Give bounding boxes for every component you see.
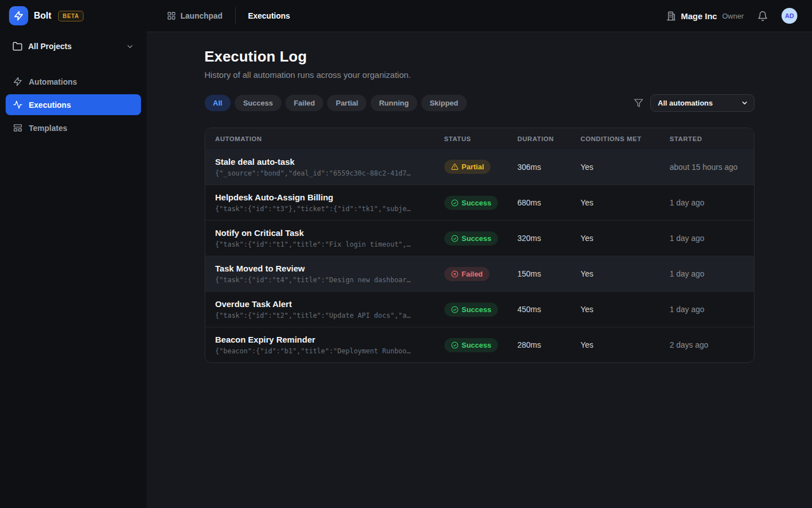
automation-name: Overdue Task Alert <box>215 299 424 309</box>
notifications-button[interactable] <box>756 10 769 23</box>
grid-icon <box>167 11 176 20</box>
topbar: Launchpad Executions Mage Inc Owner AD <box>147 0 812 32</box>
status-label: Partial <box>462 163 484 171</box>
sidebar-nav: Automations Executions Templates <box>0 71 147 138</box>
automation-name: Helpdesk Auto-Assign Billing <box>215 192 424 202</box>
table-row[interactable]: Task Moved to Review {"task":{"id":"t4",… <box>205 256 754 291</box>
check-circle-icon <box>451 235 458 242</box>
chevron-down-icon <box>126 42 134 51</box>
page-title: Execution Log <box>205 48 754 65</box>
brand: Bolt BETA <box>0 0 147 32</box>
sidebar-item-label: Automations <box>29 77 77 86</box>
automation-payload: {"beacon":{"id":"b1","title":"Deployment… <box>215 347 424 355</box>
status-badge: Success <box>444 338 498 352</box>
automation-payload: {"task":{"id":"t1","title":"Fix login ti… <box>215 240 424 248</box>
table-row[interactable]: Beacon Expiry Reminder {"beacon":{"id":"… <box>205 327 754 362</box>
filter-chip-running[interactable]: Running <box>370 95 417 111</box>
started-value: 1 day ago <box>660 234 754 243</box>
column-header-status: STATUS <box>434 135 508 142</box>
started-value: 2 days ago <box>660 340 754 349</box>
started-value: 1 day ago <box>660 269 754 278</box>
activity-icon <box>13 100 23 110</box>
status-label: Success <box>462 234 492 243</box>
building-icon <box>666 11 676 21</box>
automation-filter-select[interactable]: All automations <box>650 94 754 112</box>
duration-value: 280ms <box>508 340 571 349</box>
automation-payload: {"task":{"id":"t2","title":"Update API d… <box>215 312 424 319</box>
sidebar-item-automations[interactable]: Automations <box>6 71 141 92</box>
filter-chip-failed[interactable]: Failed <box>285 95 324 111</box>
conditions-value: Yes <box>571 269 660 278</box>
status-badge: Success <box>444 303 498 317</box>
sidebar-item-label: Templates <box>29 124 67 133</box>
status-label: Success <box>462 199 492 207</box>
conditions-value: Yes <box>571 305 660 314</box>
conditions-value: Yes <box>571 198 660 207</box>
duration-value: 306ms <box>508 163 571 172</box>
column-header-conditions: CONDITIONS MET <box>571 135 660 142</box>
conditions-value: Yes <box>571 234 660 243</box>
brand-name: Bolt <box>34 11 51 21</box>
main-column: Launchpad Executions Mage Inc Owner AD <box>147 0 812 508</box>
bell-icon <box>757 11 768 21</box>
automation-payload: {"task":{"id":"t3"},"ticket":{"id":"tk1"… <box>215 205 424 213</box>
duration-value: 150ms <box>508 269 571 278</box>
sidebar-item-templates[interactable]: Templates <box>6 117 141 138</box>
sidebar-item-label: Executions <box>29 100 71 110</box>
automation-name: Stale deal auto-task <box>215 157 424 167</box>
status-label: Failed <box>462 270 483 278</box>
zap-icon <box>13 77 23 86</box>
table-row[interactable]: Notify on Critical Task {"task":{"id":"t… <box>205 220 754 256</box>
check-circle-icon <box>451 341 458 349</box>
filter-row: All Success Failed Partial Running Skipp… <box>205 94 754 112</box>
automation-payload: {"task":{"id":"t4","title":"Design new d… <box>215 276 424 284</box>
sidebar-item-executions[interactable]: Executions <box>6 94 141 115</box>
avatar[interactable]: AD <box>782 8 797 24</box>
check-circle-icon <box>451 306 458 313</box>
status-label: Success <box>462 305 492 314</box>
status-filter-chips: All Success Failed Partial Running Skipp… <box>205 95 467 111</box>
executions-table: AUTOMATION STATUS DURATION CONDITIONS ME… <box>205 128 754 363</box>
duration-value: 320ms <box>508 234 571 243</box>
x-circle-icon <box>451 270 458 278</box>
project-selector-label: All Projects <box>28 42 72 51</box>
duration-value: 450ms <box>508 305 571 314</box>
launchpad-link[interactable]: Launchpad <box>167 11 223 20</box>
filter-chip-all[interactable]: All <box>205 95 231 111</box>
launchpad-label: Launchpad <box>180 11 223 20</box>
automation-name: Beacon Expiry Reminder <box>215 335 424 344</box>
status-badge: Failed <box>444 267 490 281</box>
check-circle-icon <box>451 199 458 207</box>
table-row[interactable]: Helpdesk Auto-Assign Billing {"task":{"i… <box>205 185 754 220</box>
status-badge: Success <box>444 231 498 246</box>
status-badge: Partial <box>444 160 491 174</box>
org-role: Owner <box>722 12 744 20</box>
warning-icon <box>451 163 458 170</box>
started-value: about 15 hours ago <box>660 163 754 172</box>
conditions-value: Yes <box>571 340 660 349</box>
sidebar: Bolt BETA All Projects Automations Execu… <box>0 0 147 508</box>
automation-name: Task Moved to Review <box>215 264 424 273</box>
duration-value: 680ms <box>508 198 571 207</box>
org-name: Mage Inc <box>681 11 717 21</box>
started-value: 1 day ago <box>660 198 754 207</box>
bolt-logo-icon <box>9 6 28 25</box>
content: Execution Log History of all automation … <box>147 32 812 508</box>
filter-chip-skipped[interactable]: Skipped <box>421 95 467 111</box>
folder-icon <box>12 41 23 51</box>
beta-badge: BETA <box>58 11 83 21</box>
status-label: Success <box>462 341 492 349</box>
topbar-page-title: Executions <box>248 11 290 20</box>
funnel-icon <box>634 98 643 108</box>
filter-chip-partial[interactable]: Partial <box>327 95 367 111</box>
column-header-started: STARTED <box>660 135 754 142</box>
automation-name: Notify on Critical Task <box>215 228 424 238</box>
table-row[interactable]: Stale deal auto-task {"_source":"bond","… <box>205 149 754 185</box>
column-header-duration: DURATION <box>508 135 571 142</box>
started-value: 1 day ago <box>660 305 754 314</box>
org-switcher[interactable]: Mage Inc Owner <box>666 11 744 21</box>
project-selector[interactable]: All Projects <box>6 36 141 56</box>
table-header: AUTOMATION STATUS DURATION CONDITIONS ME… <box>205 128 754 149</box>
table-row[interactable]: Overdue Task Alert {"task":{"id":"t2","t… <box>205 291 754 327</box>
filter-chip-success[interactable]: Success <box>235 95 281 111</box>
